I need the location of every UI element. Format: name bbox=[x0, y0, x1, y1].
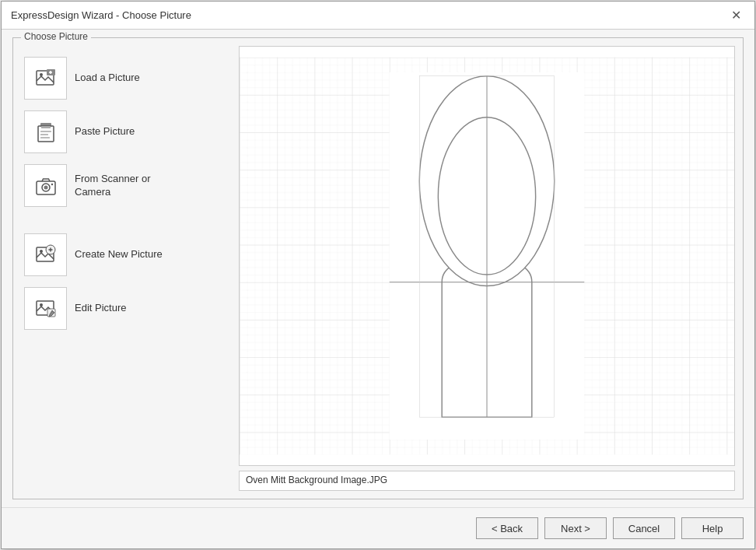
svg-rect-8 bbox=[40, 131, 51, 132]
dialog-window: ExpressDesign Wizard - Choose Picture ✕ … bbox=[1, 1, 755, 549]
footer: < Back Next > Cancel Help bbox=[2, 507, 754, 548]
left-panel: Load a Picture Paste Pic bbox=[21, 46, 231, 491]
edit-picture-label: Edit Picture bbox=[75, 302, 126, 315]
option-load-picture[interactable]: Load a Picture bbox=[21, 54, 231, 103]
back-button[interactable]: < Back bbox=[476, 517, 538, 539]
dialog-title: ExpressDesign Wizard - Choose Picture bbox=[11, 9, 191, 21]
load-picture-label: Load a Picture bbox=[75, 72, 140, 85]
svg-rect-7 bbox=[41, 126, 51, 128]
svg-point-14 bbox=[51, 183, 52, 184]
paste-picture-icon-box bbox=[24, 110, 67, 153]
option-paste-picture[interactable]: Paste Picture bbox=[21, 107, 231, 156]
title-bar: ExpressDesign Wizard - Choose Picture ✕ bbox=[2, 2, 754, 30]
create-new-icon bbox=[34, 243, 58, 267]
svg-point-16 bbox=[40, 250, 43, 253]
svg-rect-10 bbox=[40, 137, 50, 138]
preview-canvas bbox=[240, 47, 734, 465]
option-create-new[interactable]: Create New Picture bbox=[21, 230, 231, 279]
create-new-label: Create New Picture bbox=[75, 248, 163, 261]
right-panel: Oven Mitt Background Image.JPG bbox=[239, 46, 735, 491]
camera-icon bbox=[34, 174, 58, 198]
option-edit-picture[interactable]: Edit Picture bbox=[21, 284, 231, 333]
svg-point-13 bbox=[44, 185, 47, 189]
load-picture-icon-box bbox=[24, 57, 67, 100]
close-button[interactable]: ✕ bbox=[726, 6, 745, 25]
group-box: Choose Picture Loa bbox=[12, 37, 744, 499]
svg-point-1 bbox=[40, 73, 43, 76]
create-new-icon-box bbox=[24, 233, 67, 276]
spacer bbox=[21, 215, 231, 226]
load-picture-icon bbox=[34, 67, 58, 90]
cancel-button[interactable]: Cancel bbox=[613, 517, 675, 539]
option-from-scanner[interactable]: From Scanner orCamera bbox=[21, 161, 231, 210]
from-scanner-label: From Scanner orCamera bbox=[75, 173, 151, 199]
svg-point-21 bbox=[40, 303, 43, 307]
group-box-label: Choose Picture bbox=[21, 31, 91, 42]
paste-picture-label: Paste Picture bbox=[75, 125, 135, 138]
filename-bar: Oven Mitt Background Image.JPG bbox=[239, 471, 735, 491]
edit-picture-icon-box bbox=[24, 287, 67, 330]
edit-picture-icon bbox=[34, 297, 58, 321]
preview-area bbox=[239, 46, 735, 466]
from-scanner-icon-box bbox=[24, 164, 67, 207]
svg-rect-9 bbox=[40, 134, 48, 135]
help-button[interactable]: Help bbox=[681, 517, 744, 539]
next-button[interactable]: Next > bbox=[544, 517, 607, 539]
paste-picture-icon bbox=[34, 121, 58, 144]
dialog-body: Choose Picture Loa bbox=[2, 30, 754, 507]
